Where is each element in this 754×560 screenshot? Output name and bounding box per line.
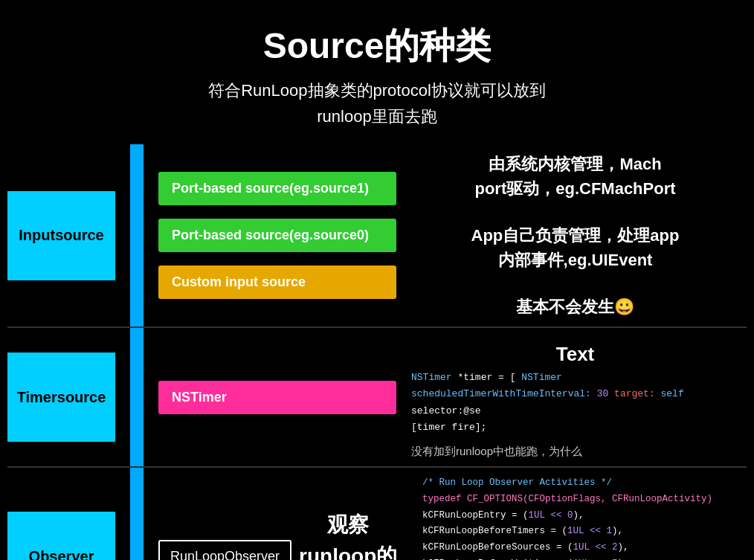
inputsource-desc1: 由系统内核管理，Mach port驱动，eg.CFMachPort <box>411 152 739 201</box>
inputsource-vbar <box>130 144 144 326</box>
page-subtitle: 符合RunLoop抽象类的protocol协议就可以放到 runloop里面去跑 <box>0 77 754 144</box>
timersource-code: NSTimer *timer = [ NSTimer scheduledTime… <box>411 370 739 435</box>
port-based-source0-button[interactable]: Port-based source(eg.source0) <box>158 219 396 252</box>
inputsource-section: Inputsource Port-based source(eg.source1… <box>7 144 747 326</box>
timersource-vbar <box>130 328 144 466</box>
inputsource-label: Inputsource <box>7 191 115 280</box>
inputsource-desc2: App自己负责管理，处理app 内部事件,eg.UIEvent <box>411 223 739 272</box>
port-based-source1-button[interactable]: Port-based source(eg.source1) <box>158 172 396 205</box>
observer-section: Observer RunLoopObserver 观察 runloop的 生命周… <box>7 468 747 560</box>
timersource-section: Timersource NSTimer Text NSTimer *timer … <box>7 328 747 466</box>
inputsource-right: 由系统内核管理，Mach port驱动，eg.CFMachPort App自己负… <box>396 144 747 326</box>
observer-right: /* Run Loop Observer Activities */ typed… <box>411 468 747 560</box>
custom-input-source-button[interactable]: Custom input source <box>158 265 396 299</box>
inputsource-middle: Port-based source(eg.source1) Port-based… <box>158 144 396 326</box>
timersource-right: Text NSTimer *timer = [ NSTimer schedule… <box>396 328 747 466</box>
page-title: Source的种类 <box>0 0 754 77</box>
observer-code: /* Run Loop Observer Activities */ typed… <box>422 475 739 560</box>
nstimer-button[interactable]: NSTimer <box>158 381 396 414</box>
observer-middle: RunLoopObserver <box>158 540 291 560</box>
inputsource-desc3: 基本不会发生😀 <box>411 295 739 319</box>
text-label: Text <box>411 335 739 370</box>
timersource-label: Timersource <box>7 353 115 442</box>
runloopobserver-button[interactable]: RunLoopObserver <box>158 540 291 560</box>
observer-center-text: 观察 runloop的 生命周期 <box>299 509 397 560</box>
timersource-middle: NSTimer <box>158 328 396 466</box>
observer-vbar <box>130 468 144 560</box>
observer-label: Observer <box>7 512 115 560</box>
timer-note: 没有加到runloop中也能跑，为什么 <box>411 445 739 459</box>
